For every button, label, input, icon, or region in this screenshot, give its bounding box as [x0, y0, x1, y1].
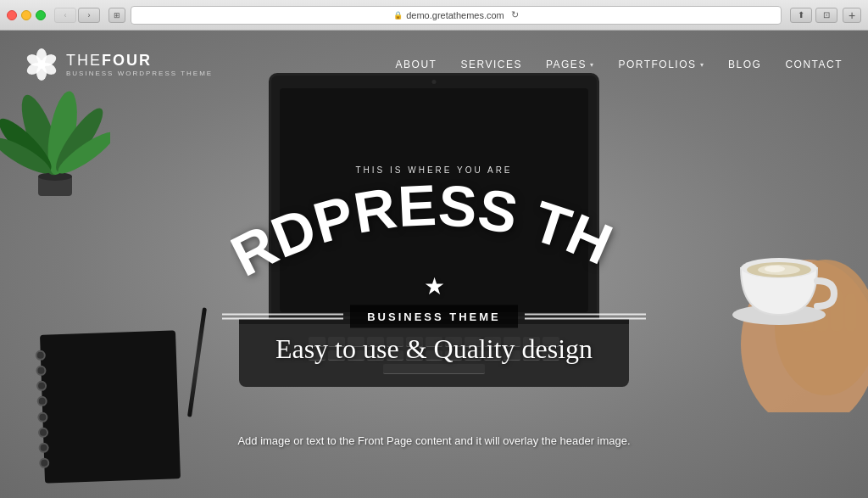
refresh-icon: ↻	[511, 9, 519, 20]
minimize-button[interactable]	[21, 10, 31, 20]
nav-item-services[interactable]: SERVICES	[460, 59, 521, 70]
logo-text: THEFOUR BUSINESS WORDPRESS THEME	[66, 53, 213, 77]
hero-badge: BUSINESS THEME	[350, 305, 518, 327]
navigation-bar: THEFOUR BUSINESS WORDPRESS THEME ABOUT S…	[0, 31, 868, 98]
share-button[interactable]: ⬆	[790, 8, 812, 23]
nav-menu: ABOUT SERVICES PAGES ▾ PORTFOLIOS ▾ BLOG…	[396, 59, 843, 70]
traffic-lights	[7, 10, 46, 20]
nav-item-portfolios[interactable]: PORTFOLIOS ▾	[618, 59, 704, 70]
hero-script-text: Easy to use & Quality design	[222, 333, 646, 364]
logo-tagline: BUSINESS WORDPRESS THEME	[66, 70, 213, 77]
nav-item-about[interactable]: ABOUT	[396, 59, 437, 70]
svg-point-25	[37, 60, 46, 69]
coffee-hand-decoration	[682, 158, 868, 412]
browser-actions: ⬆ ⊡	[790, 8, 837, 23]
hero-subtitle-top: THIS IS WHERE YOU ARE	[222, 165, 646, 174]
logo-area[interactable]: THEFOUR BUSINESS WORDPRESS THEME	[25, 48, 213, 81]
hero-title-arch: WORDPRESS THEME	[222, 178, 646, 288]
svg-point-18	[765, 266, 785, 272]
back-button[interactable]: ‹	[54, 8, 76, 23]
notebook-spiral	[32, 347, 53, 471]
address-bar[interactable]: 🔒 demo.gretathemes.com ↻	[131, 6, 782, 25]
notebook-decoration	[40, 330, 181, 483]
plant-decoration	[0, 81, 110, 200]
plant-svg	[0, 81, 110, 200]
svg-text:WORDPRESS THEME: WORDPRESS THEME	[231, 178, 621, 288]
svg-rect-13	[845, 294, 856, 332]
hand-coffee-svg	[682, 158, 868, 412]
tab-grid-button[interactable]: ⊞	[108, 8, 125, 23]
portfolios-dropdown-arrow: ▾	[700, 61, 705, 69]
url-text: demo.gretathemes.com	[406, 10, 504, 20]
logo-name: THEFOUR	[66, 53, 213, 68]
hero-divider-top: BUSINESS THEME	[222, 305, 646, 327]
nav-item-contact[interactable]: CONTACT	[785, 59, 843, 70]
lock-icon: 🔒	[393, 11, 403, 20]
nav-item-blog[interactable]: BLOG	[728, 59, 761, 70]
pages-dropdown-arrow: ▾	[590, 61, 595, 69]
new-tab-button[interactable]: +	[843, 8, 861, 23]
hero-content: THIS IS WHERE YOU ARE WORDPRESS THEME ★ …	[222, 165, 646, 364]
hero-description: Add image or text to the Front Page cont…	[237, 434, 630, 447]
maximize-button[interactable]	[36, 10, 46, 20]
close-button[interactable]	[7, 10, 17, 20]
tab-switcher-button[interactable]: ⊡	[815, 8, 837, 23]
website-content: THEFOUR BUSINESS WORDPRESS THEME ABOUT S…	[0, 31, 868, 498]
nav-item-pages[interactable]: PAGES ▾	[546, 59, 594, 70]
logo-icon	[25, 48, 58, 81]
hero-title-svg: WORDPRESS THEME	[231, 178, 637, 288]
forward-button[interactable]: ›	[78, 8, 100, 23]
browser-nav-buttons: ‹ ›	[54, 8, 100, 23]
browser-chrome: ‹ › ⊞ 🔒 demo.gretathemes.com ↻ ⬆ ⊡ +	[0, 0, 868, 31]
